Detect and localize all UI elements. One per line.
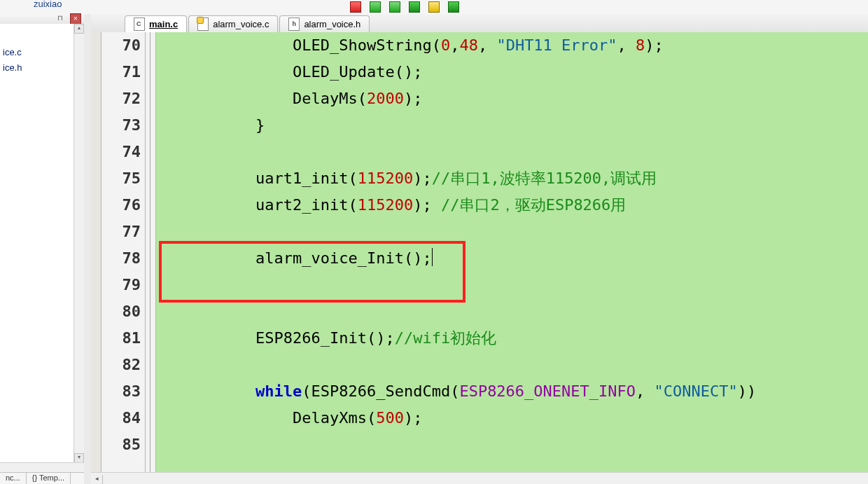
editor-body: 70717273747576777879808182838485 OLED_Sh… bbox=[91, 32, 868, 473]
editor-margin-rail bbox=[91, 32, 102, 473]
tree-file-item[interactable]: ice.c bbox=[0, 45, 74, 60]
code-line[interactable]: ESP8266_Init();//wifi初始化 bbox=[181, 325, 868, 352]
top-toolbar: zuixiao bbox=[0, 0, 868, 15]
side-panel-bottom-tabs: nc... {} Temp... bbox=[0, 472, 84, 484]
line-number: 81 bbox=[102, 325, 141, 352]
side-panel-bottom-tab[interactable]: nc... bbox=[0, 473, 27, 484]
side-panel: ⊓ × ice.c ice.h ▴ ▾ nc... {} Temp... bbox=[0, 14, 85, 484]
line-number: 82 bbox=[102, 352, 141, 378]
scroll-left-icon[interactable]: ◂ bbox=[91, 475, 103, 484]
file-tab-label: alarm_voice.h bbox=[304, 19, 360, 29]
toolbar-icon-2[interactable] bbox=[370, 1, 381, 13]
line-number: 80 bbox=[102, 298, 141, 325]
line-number: 71 bbox=[102, 59, 141, 85]
toolbar-icon-1[interactable] bbox=[350, 1, 361, 13]
line-number-gutter: 70717273747576777879808182838485 bbox=[102, 32, 146, 473]
code-line[interactable]: OLED_ShowString(0,48, "DHT11 Error", 8); bbox=[181, 32, 868, 59]
code-area[interactable]: OLED_ShowString(0,48, "DHT11 Error", 8);… bbox=[156, 32, 868, 473]
line-number: 84 bbox=[102, 405, 141, 431]
line-number: 79 bbox=[102, 272, 141, 298]
line-number: 70 bbox=[102, 32, 141, 59]
line-number: 74 bbox=[102, 139, 141, 165]
code-wrap: 70717273747576777879808182838485 OLED_Sh… bbox=[91, 32, 868, 473]
line-number: 78 bbox=[102, 245, 141, 272]
line-number: 73 bbox=[102, 112, 141, 139]
code-line[interactable] bbox=[181, 139, 868, 165]
code-line[interactable]: } bbox=[181, 112, 868, 139]
toolbar-item-zuixiao[interactable]: zuixiao bbox=[34, 0, 62, 9]
side-panel-tree[interactable]: ice.c ice.h bbox=[0, 24, 74, 463]
code-line[interactable]: OLED_Update(); bbox=[181, 59, 868, 85]
line-number: 75 bbox=[102, 165, 141, 192]
side-panel-bottom-tab[interactable]: {} Temp... bbox=[27, 473, 71, 484]
file-tab-bar: main.calarm_voice.calarm_voice.h bbox=[91, 14, 868, 33]
close-panel-button[interactable]: × bbox=[70, 13, 81, 25]
tree-file-item[interactable]: ice.h bbox=[0, 60, 74, 76]
side-panel-header: ⊓ × bbox=[0, 14, 84, 25]
code-line[interactable]: uart1_init(115200);//串口1,波特率115200,调试用 bbox=[181, 165, 868, 192]
code-line[interactable] bbox=[181, 298, 868, 325]
editor-horizontal-scrollbar[interactable]: ◂ bbox=[91, 472, 868, 484]
code-line[interactable]: DelayMs(2000); bbox=[181, 85, 868, 112]
pin-icon[interactable]: ⊓ bbox=[57, 14, 66, 22]
side-panel-horizontal-scrollbar[interactable] bbox=[0, 462, 84, 473]
line-number: 76 bbox=[102, 192, 141, 219]
editor-pane: main.calarm_voice.calarm_voice.h 7071727… bbox=[91, 14, 868, 484]
file-tab-label: alarm_voice.c bbox=[213, 19, 269, 29]
code-line[interactable] bbox=[181, 352, 868, 378]
toolbar-icon-group bbox=[350, 0, 459, 14]
file-tab[interactable]: alarm_voice.h bbox=[279, 15, 370, 32]
code-line[interactable]: alarm_voice_Init(); bbox=[181, 245, 868, 272]
file-icon bbox=[197, 18, 209, 31]
code-line[interactable] bbox=[181, 272, 868, 298]
line-number: 85 bbox=[102, 431, 141, 458]
code-line[interactable]: uart2_init(115200); //串口2，驱动ESP8266用 bbox=[181, 192, 868, 219]
code-line[interactable]: while(ESP8266_SendCmd(ESP8266_ONENET_INF… bbox=[181, 378, 868, 405]
text-caret bbox=[432, 248, 433, 266]
code-line[interactable] bbox=[181, 219, 868, 245]
line-number: 77 bbox=[102, 219, 141, 245]
line-number: 83 bbox=[102, 378, 141, 405]
code-line[interactable] bbox=[181, 431, 868, 458]
toolbar-icon-6[interactable] bbox=[448, 1, 459, 13]
fold-rail[interactable] bbox=[146, 32, 156, 473]
line-number: 72 bbox=[102, 85, 141, 112]
toolbar-icon-3[interactable] bbox=[389, 1, 400, 13]
scroll-down-icon[interactable]: ▾ bbox=[74, 453, 84, 463]
file-tab-label: main.c bbox=[149, 19, 178, 29]
file-tab[interactable]: alarm_voice.c bbox=[188, 15, 278, 32]
toolbar-icon-5[interactable] bbox=[428, 1, 440, 13]
scroll-up-icon[interactable]: ▴ bbox=[74, 24, 84, 34]
code-line[interactable]: DelayXms(500); bbox=[181, 405, 868, 431]
toolbar-icon-4[interactable] bbox=[409, 1, 420, 13]
file-icon bbox=[134, 18, 145, 31]
side-panel-vertical-scrollbar[interactable]: ▴ ▾ bbox=[74, 24, 84, 463]
file-tab[interactable]: main.c bbox=[125, 15, 187, 32]
file-icon bbox=[288, 18, 300, 31]
